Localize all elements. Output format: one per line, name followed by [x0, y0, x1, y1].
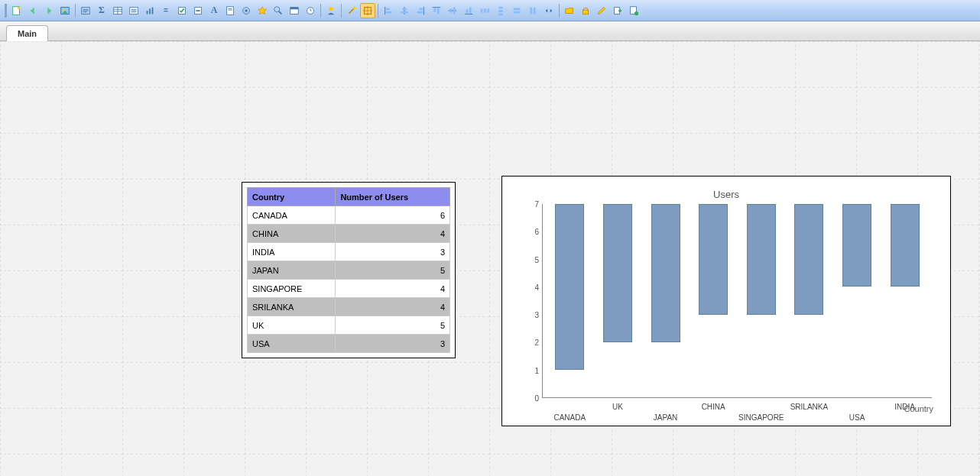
- bar-wrap: JAPAN: [641, 204, 690, 397]
- data-table-panel[interactable]: Country Number of Users CANADA6CHINA4IND…: [242, 182, 456, 358]
- font-icon[interactable]: A: [206, 3, 222, 18]
- y-tick: 5: [519, 255, 539, 264]
- svg-rect-64: [514, 8, 521, 10]
- bar-label: JAPAN: [654, 413, 678, 422]
- same-height-icon[interactable]: [525, 3, 540, 18]
- edit-icon[interactable]: [594, 3, 609, 18]
- tab-main[interactable]: Main: [6, 25, 48, 41]
- cell-country: SINGAPORE: [248, 280, 336, 298]
- y-axis: 01234567: [519, 204, 539, 398]
- sigma-icon[interactable]: Σ: [94, 3, 109, 18]
- forward-icon[interactable]: [41, 3, 57, 18]
- clock-icon[interactable]: [303, 3, 318, 18]
- cell-country: CANADA: [248, 206, 336, 225]
- align-bottom-icon[interactable]: [461, 3, 476, 18]
- toolbar-separator: [341, 4, 342, 18]
- target-icon[interactable]: [239, 3, 254, 18]
- user-icon[interactable]: [323, 3, 339, 18]
- svg-rect-42: [386, 11, 392, 13]
- bar-wrap: SINGAPORE: [738, 204, 786, 397]
- svg-rect-67: [534, 7, 536, 14]
- svg-rect-41: [386, 8, 390, 10]
- dist-v-icon[interactable]: [493, 3, 508, 18]
- y-tick: 3: [519, 311, 539, 319]
- list-icon[interactable]: [126, 3, 141, 18]
- svg-rect-62: [498, 10, 502, 12]
- svg-rect-63: [498, 13, 502, 15]
- toolbar: Σ = A: [0, 0, 980, 21]
- bar: [842, 204, 871, 287]
- toolbar-separator: [378, 4, 378, 18]
- equal-icon[interactable]: =: [158, 3, 174, 18]
- export-icon[interactable]: [610, 3, 625, 18]
- wand-icon[interactable]: [344, 3, 359, 18]
- cell-users: 4: [336, 280, 450, 298]
- select-icon[interactable]: [360, 3, 375, 18]
- snap-icon[interactable]: [541, 3, 557, 18]
- bar-wrap: UK: [594, 204, 642, 397]
- cell-country: UK: [248, 316, 336, 335]
- star-icon[interactable]: [255, 3, 270, 18]
- svg-rect-59: [484, 8, 486, 12]
- tab-strip: Main: [0, 21, 980, 41]
- svg-rect-30: [290, 7, 299, 9]
- align-right-icon[interactable]: [413, 3, 428, 18]
- dist-h-icon[interactable]: [477, 3, 492, 18]
- bar: [794, 204, 823, 315]
- new-icon[interactable]: [9, 3, 24, 18]
- align-top-icon[interactable]: [429, 3, 444, 18]
- bar-label: CHINA: [702, 403, 725, 411]
- y-tick: 6: [519, 228, 539, 236]
- refresh-icon[interactable]: [626, 3, 641, 18]
- svg-rect-53: [450, 8, 453, 12]
- y-tick: 1: [519, 366, 539, 374]
- open-icon[interactable]: [562, 3, 577, 18]
- y-tick: 2: [519, 338, 539, 347]
- svg-rect-22: [227, 6, 234, 15]
- y-tick: 4: [519, 283, 539, 291]
- bar-label: UK: [612, 403, 623, 411]
- minus-icon[interactable]: [190, 3, 206, 18]
- svg-point-26: [245, 9, 248, 12]
- svg-rect-57: [469, 7, 472, 13]
- bar: [555, 204, 584, 370]
- svg-rect-48: [417, 11, 423, 13]
- lock-icon[interactable]: [578, 3, 593, 18]
- design-canvas[interactable]: Country Number of Users CANADA6CHINA4IND…: [0, 41, 980, 476]
- image-icon[interactable]: [57, 3, 73, 18]
- cell-users: 3: [336, 335, 450, 353]
- data-table: Country Number of Users CANADA6CHINA4IND…: [247, 187, 450, 353]
- align-center-icon[interactable]: [397, 3, 412, 18]
- chart-panel[interactable]: Users 01234567 CANADAUKJAPANCHINASINGAPO…: [501, 176, 951, 426]
- text-block-icon[interactable]: [78, 3, 93, 18]
- window-icon[interactable]: [287, 3, 302, 18]
- cell-users: 6: [336, 206, 450, 225]
- cell-users: 5: [336, 261, 450, 280]
- bar: [603, 204, 632, 342]
- svg-rect-54: [453, 7, 456, 14]
- same-width-icon[interactable]: [509, 3, 524, 18]
- bar-wrap: CHINA: [690, 204, 738, 397]
- bar-wrap: INDIA: [881, 204, 929, 397]
- x-axis-label: Country: [904, 404, 933, 413]
- table-row: CANADA6: [248, 206, 450, 225]
- bar-label: SINGAPORE: [738, 413, 784, 422]
- align-middle-icon[interactable]: [445, 3, 460, 18]
- zoom-icon[interactable]: [271, 3, 286, 18]
- chart-icon[interactable]: [142, 3, 157, 18]
- back-icon[interactable]: [25, 3, 41, 18]
- chart-body: 01234567 CANADAUKJAPANCHINASINGAPORESRIL…: [542, 204, 932, 398]
- cell-users: 4: [336, 225, 450, 243]
- page-icon[interactable]: [222, 3, 238, 18]
- bar: [651, 204, 680, 342]
- svg-point-27: [274, 6, 280, 11]
- svg-rect-51: [437, 8, 440, 14]
- bar-wrap: CANADA: [546, 204, 594, 397]
- cell-country: INDIA: [248, 243, 336, 261]
- checkbox-icon[interactable]: [174, 3, 190, 18]
- bar-wrap: USA: [833, 204, 881, 397]
- align-left-icon[interactable]: [381, 3, 396, 18]
- svg-rect-18: [152, 7, 154, 14]
- table-icon[interactable]: [110, 3, 125, 18]
- table-row: CHINA4: [248, 225, 450, 243]
